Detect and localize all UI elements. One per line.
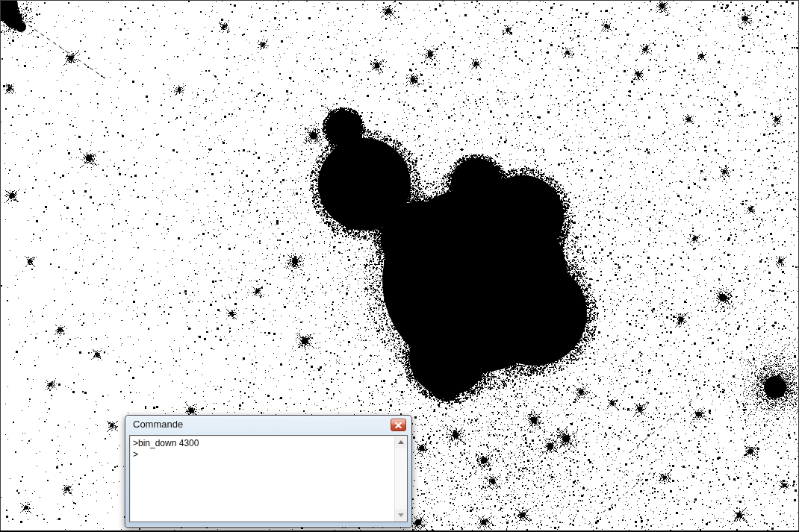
- scroll-down-button[interactable]: [395, 509, 407, 522]
- close-icon: [395, 422, 402, 428]
- console-text[interactable]: >bin_down 4300>: [130, 436, 394, 522]
- console-line: >: [133, 449, 394, 460]
- scrollbar-track[interactable]: [395, 448, 407, 509]
- command-window: Commande >bin_down 4300>: [125, 415, 412, 528]
- triangle-up-icon: [398, 440, 404, 444]
- window-title: Commande: [133, 419, 183, 431]
- scrollbar[interactable]: [394, 436, 407, 522]
- console-area[interactable]: >bin_down 4300>: [129, 435, 408, 522]
- command-window-titlebar[interactable]: Commande: [125, 416, 411, 435]
- console-line: >bin_down 4300: [133, 438, 394, 449]
- triangle-down-icon: [398, 513, 404, 517]
- scroll-up-button[interactable]: [395, 436, 407, 448]
- close-button[interactable]: [391, 419, 406, 431]
- iris-application-viewport: Commande >bin_down 4300>: [0, 0, 799, 532]
